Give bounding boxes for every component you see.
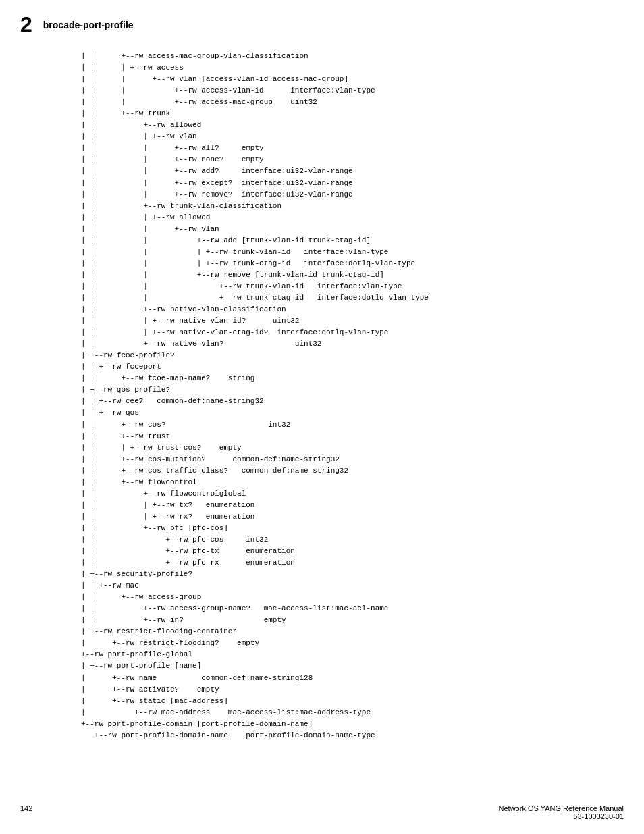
doc-id: 53-1003230-01	[499, 812, 624, 820]
chapter-number: 2	[20, 12, 32, 37]
chapter-title: brocade-port-profile	[43, 20, 134, 30]
page-number: 142	[20, 804, 32, 820]
footer-right: Network OS YANG Reference Manual 53-1003…	[499, 804, 624, 820]
content-area: | | +--rw access-mac-group-vlan-classifi…	[0, 44, 644, 748]
code-block: | | +--rw access-mac-group-vlan-classifi…	[81, 51, 624, 741]
doc-title: Network OS YANG Reference Manual	[499, 804, 624, 812]
page-header: 2 brocade-port-profile	[0, 0, 644, 44]
page-footer: 142 Network OS YANG Reference Manual 53-…	[0, 804, 644, 820]
